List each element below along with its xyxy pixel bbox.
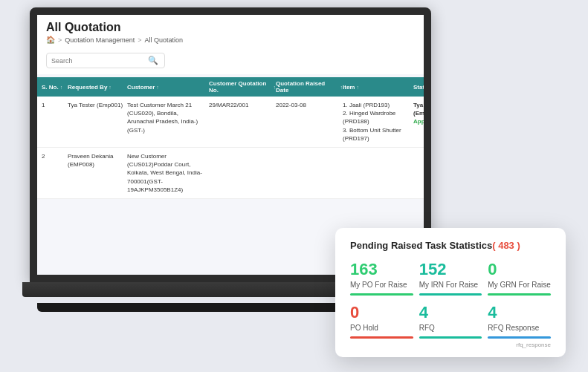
table-header: S. No. ↑ Requested By ↑ Customer ↑ Custo… — [37, 77, 424, 97]
rfq-response-sublabel: rfq_response — [488, 342, 551, 348]
stat-label-irn: My IRN For Raise — [419, 281, 482, 289]
stat-value-grn: 0 — [488, 261, 551, 278]
sort-icon-sno[interactable]: ↑ — [60, 85, 63, 90]
breadcrumb: 🏠 > Quotation Management > All Quotation — [46, 36, 415, 44]
page-header: All Quotation 🏠 > Quotation Management >… — [37, 15, 424, 47]
stat-label-grn: My GRN For Raise — [488, 281, 551, 289]
stat-label-po: My PO For Raise — [350, 281, 413, 289]
cell-status-1: Tya Tester (Emp001) - Approved — [413, 101, 424, 126]
col-item: Item ↑ — [343, 84, 413, 91]
data-table: S. No. ↑ Requested By ↑ Customer ↑ Custo… — [37, 77, 424, 199]
cell-sno-2: 2 — [42, 152, 68, 160]
home-icon[interactable]: 🏠 — [46, 36, 55, 44]
cell-req-2: Praveen Dekania (EMP008) — [68, 152, 127, 169]
status-person-1: Tya Tester (Emp001) - — [413, 102, 424, 117]
sort-icon-req[interactable]: ↑ — [109, 85, 112, 90]
breadcrumb-separator: > — [58, 36, 62, 44]
col-status: Status ↑ — [413, 84, 424, 91]
card-total: ( 483 ) — [492, 240, 520, 251]
stat-value-po: 163 — [350, 261, 413, 278]
breadcrumb-current: All Quotation — [145, 36, 184, 44]
stat-rfq-response: 4 RFQ Response rfq_response — [488, 304, 551, 348]
cell-cqno-1: 29/MAR22/001 — [209, 101, 276, 109]
table-row: 1 Tya Tester (Emp001) Test Customer Marc… — [37, 97, 424, 148]
stats-card: Pending Raised Task Statistics( 483 ) 16… — [335, 228, 566, 357]
sort-icon-cqno[interactable]: ↑ — [274, 85, 277, 90]
table-row: 2 Praveen Dekania (EMP008) New Customer … — [37, 148, 424, 199]
breadcrumb-parent[interactable]: Quotation Management — [65, 36, 135, 44]
search-input[interactable] — [51, 57, 148, 65]
stat-label-hold: PO Hold — [350, 324, 413, 332]
stat-bar-irn — [419, 293, 482, 296]
stat-label-rfq-resp: RFQ Response — [488, 324, 551, 332]
search-bar: 🔍 — [37, 47, 424, 74]
stat-bar-po — [350, 293, 413, 296]
cell-sno-1: 1 — [42, 101, 68, 109]
page-title: All Quotation — [46, 21, 415, 34]
stat-grn-raise: 0 My GRN For Raise — [488, 261, 551, 296]
card-title: Pending Raised Task Statistics( 483 ) — [350, 240, 551, 251]
col-customer: Customer ↑ — [127, 84, 209, 91]
cell-req-1: Tya Tester (Emp001) — [68, 101, 127, 109]
col-sno: S. No. ↑ — [42, 84, 68, 91]
cell-cust-1: Test Customer March 21 (CUS020), Bondila… — [127, 101, 209, 134]
search-wrapper: 🔍 — [46, 53, 165, 68]
search-icon[interactable]: 🔍 — [148, 56, 158, 65]
stat-irn-raise: 152 My IRN For Raise — [419, 261, 482, 296]
col-date: Quotation Raised Date ↑ — [276, 80, 343, 94]
sort-icon-cust[interactable]: ↑ — [156, 85, 159, 90]
stats-grid: 163 My PO For Raise 152 My IRN For Raise… — [350, 261, 551, 348]
status-badge-1: Approved — [413, 118, 424, 125]
stat-bar-rfq-resp — [488, 336, 551, 339]
stat-po-hold: 0 PO Hold — [350, 304, 413, 348]
col-requested-by: Requested By ↑ — [68, 84, 127, 91]
stat-value-rfq-resp: 4 — [488, 304, 551, 321]
stat-bar-rfq — [419, 336, 482, 339]
stat-value-rfq: 4 — [419, 304, 482, 321]
stat-value-hold: 0 — [350, 304, 413, 321]
cell-item-1: 1. Jaali (PRD193)2. Hinged Wardrobe (PRD… — [343, 101, 413, 143]
stat-bar-grn — [488, 293, 551, 296]
stat-value-irn: 152 — [419, 261, 482, 278]
col-cqno: Customer Quotation No. ↑ — [209, 80, 276, 94]
cell-date-1: 2022-03-08 — [276, 101, 343, 109]
sort-icon-item[interactable]: ↑ — [356, 85, 359, 90]
sort-icon-date[interactable]: ↑ — [340, 85, 343, 90]
breadcrumb-separator2: > — [138, 36, 141, 44]
stat-label-rfq: RFQ — [419, 324, 482, 332]
stat-bar-hold — [350, 336, 413, 339]
stat-rfq: 4 RFQ — [419, 304, 482, 348]
stat-po-raise: 163 My PO For Raise — [350, 261, 413, 296]
cell-cust-2: New Customer (CUS012)Poddar Court, Kolka… — [127, 152, 209, 194]
